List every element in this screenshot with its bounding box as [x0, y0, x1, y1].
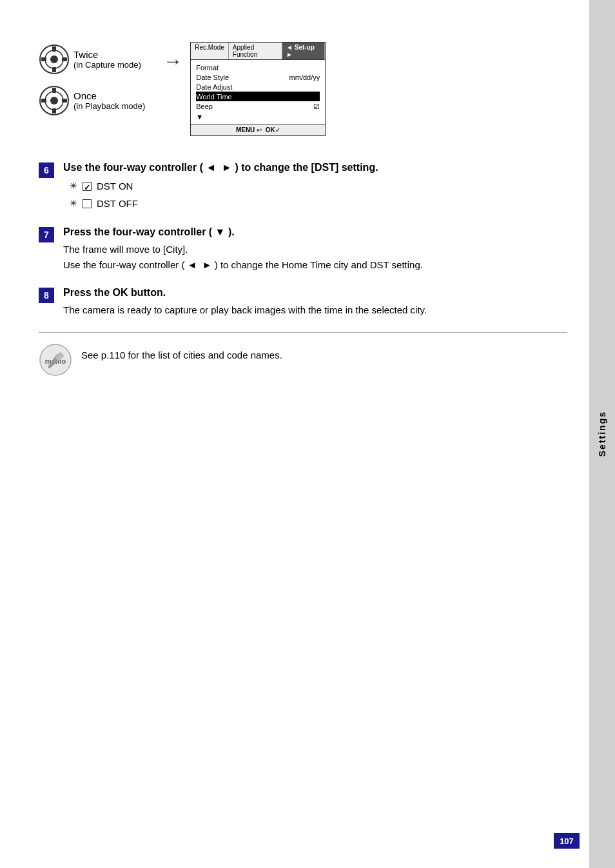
checkbox-dst-off — [83, 199, 92, 208]
memo-text: See p.110 for the list of cities and cod… — [81, 348, 282, 363]
controller-icon-once — [39, 85, 70, 116]
step-7-line1: The frame will move to [City]. — [63, 242, 567, 257]
sidebar-label: Settings — [597, 411, 607, 457]
menu-row-worldtime: World Time — [196, 92, 320, 101]
step-7-line2: Use the four-way controller ( ◄ ► ) to c… — [63, 257, 567, 273]
dst-off-label: DST OFF — [97, 195, 138, 212]
svg-rect-4 — [52, 67, 56, 72]
svg-rect-6 — [62, 57, 67, 61]
svg-rect-3 — [52, 46, 56, 52]
step-number-8: 8 — [39, 288, 54, 303]
menu-footer: MENU ↩ OK✓ — [191, 124, 325, 135]
svg-rect-11 — [52, 108, 56, 113]
svg-rect-12 — [41, 99, 46, 103]
menu-row-dateadjust: Date Adjust — [196, 82, 320, 92]
svg-rect-10 — [52, 88, 56, 93]
step-number-6: 6 — [39, 163, 54, 178]
once-label: Once — [73, 90, 145, 101]
twice-sub: (in Capture mode) — [73, 60, 141, 70]
step-7-body: The frame will move to [City]. Use the f… — [63, 242, 567, 273]
svg-rect-5 — [41, 57, 46, 61]
menu-screenshot: Rec.Mode Applied Function ◄ Set-up ► For… — [190, 42, 326, 136]
dst-on-label: DST ON — [97, 177, 133, 195]
step-7: 7 Press the four-way controller ( ▼ ). T… — [39, 226, 567, 273]
svg-point-9 — [50, 97, 58, 104]
tab-applied-function: Applied Function — [229, 43, 282, 59]
step-6-title: Use the four-way controller ( ◄ ► ) to c… — [63, 162, 567, 173]
menu-row-beep: Beep☑ — [196, 101, 320, 112]
step-6: 6 Use the four-way controller ( ◄ ► ) to… — [39, 162, 567, 212]
step-number-7: 7 — [39, 227, 54, 242]
controller-icon-twice — [39, 44, 70, 75]
once-sub: (in Playback mode) — [73, 101, 145, 111]
step-8-body: The camera is ready to capture or play b… — [63, 302, 567, 318]
twice-label: Twice — [73, 49, 141, 60]
tab-rec-mode: Rec.Mode — [191, 43, 229, 59]
dst-options: ✳ DST ON ✳ DST OFF — [70, 177, 567, 212]
menu-row-format: Format — [196, 63, 320, 72]
svg-point-2 — [50, 55, 58, 63]
svg-rect-13 — [62, 99, 67, 103]
top-section: Twice (in Capture mode) Once (in Pla — [39, 39, 567, 136]
memo-icon: memo — [39, 343, 72, 377]
step-7-title: Press the four-way controller ( ▼ ). — [63, 226, 567, 238]
menu-row-more: ▼ — [196, 112, 320, 121]
menu-row-datestyle: Date Stylemm/dd/yy — [196, 72, 320, 82]
step-8: 8 Press the OK button. The camera is rea… — [39, 287, 567, 318]
sun-icon-on: ✳ — [70, 178, 77, 194]
step-8-title: Press the OK button. — [63, 287, 567, 299]
checkbox-dst-on — [83, 182, 92, 191]
memo-section: memo See p.110 for the list of cities an… — [39, 332, 567, 377]
sun-icon-off: ✳ — [70, 195, 77, 212]
arrow-right: → — [163, 50, 182, 72]
tab-setup: ◄ Set-up ► — [282, 43, 325, 59]
page-number: 107 — [554, 833, 580, 849]
right-sidebar: Settings — [589, 0, 615, 868]
